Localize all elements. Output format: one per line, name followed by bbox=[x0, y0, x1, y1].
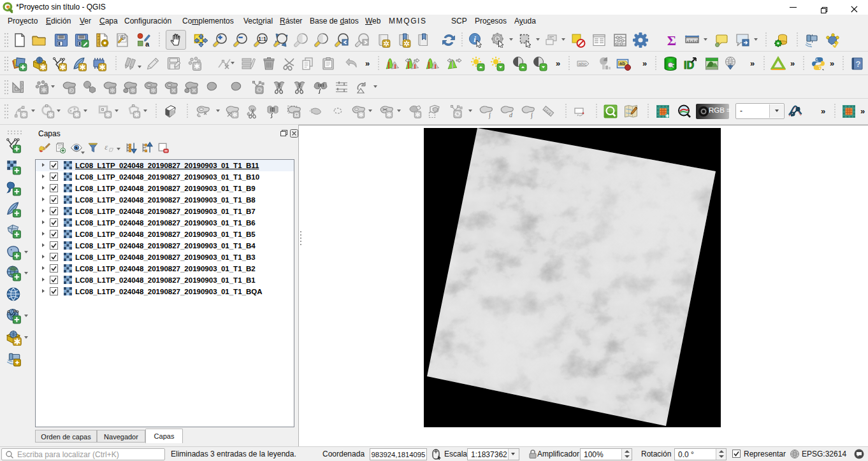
svg-text:∫: ∫ bbox=[488, 111, 491, 119]
svg-text:abc: abc bbox=[579, 61, 587, 67]
svg-text:∫: ∫ bbox=[530, 111, 533, 119]
svg-text:?: ? bbox=[856, 59, 861, 69]
svg-text:ab: ab bbox=[619, 60, 625, 66]
svg-text:i: i bbox=[474, 34, 476, 44]
svg-text:d: d bbox=[509, 111, 513, 118]
svg-text:a: a bbox=[145, 40, 150, 48]
svg-text:1:1: 1:1 bbox=[258, 36, 266, 42]
svg-text:ε: ε bbox=[105, 143, 108, 152]
svg-text:Σ: Σ bbox=[667, 32, 676, 48]
